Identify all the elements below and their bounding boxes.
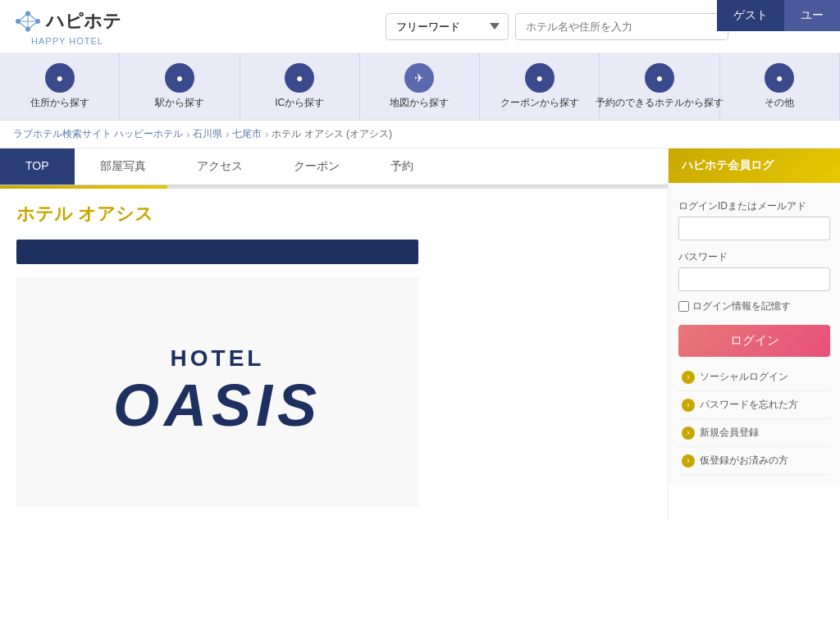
register-label: 新規会員登録 xyxy=(700,426,759,440)
nav-cat-map[interactable]: ✈ 地図から探す xyxy=(360,53,480,120)
register-arrow-icon: › xyxy=(682,427,695,440)
nav-cat-map-label: 地図から探す xyxy=(390,96,449,110)
nav-categories: ● 住所から探す ● 駅から探す ● ICから探す ✈ 地図から探す ● クーポ… xyxy=(0,53,840,121)
map-dot-icon: ✈ xyxy=(404,63,434,93)
provisional-arrow-icon: › xyxy=(682,454,695,468)
ic-dot-icon: ● xyxy=(285,63,314,93)
tabs: TOP 部屋写真 アクセス クーポン 予約 xyxy=(0,148,668,185)
nav-cat-station-label: 駅から探す xyxy=(155,96,204,110)
breadcrumb-prefecture[interactable]: 石川県 xyxy=(193,127,222,141)
nav-cat-ic-label: ICから探す xyxy=(275,96,324,110)
tab-access[interactable]: アクセス xyxy=(171,148,268,185)
provisional-register-link[interactable]: › 仮登録がお済みの方 xyxy=(678,447,830,475)
breadcrumb-current: ホテル オアシス (オアシス) xyxy=(272,127,392,141)
search-type-select[interactable]: フリーワードエリアから駅からICから xyxy=(386,13,509,40)
hotel-content: ホテル オアシス HOTEL OASIS xyxy=(0,189,668,520)
hotel-banner xyxy=(16,240,418,264)
password-label: パスワード xyxy=(678,250,830,264)
tab-reservation[interactable]: 予約 xyxy=(365,148,439,185)
logo-icon: ハピホテ xyxy=(13,7,121,36)
sidebar-header: ハピホテ会員ログ xyxy=(669,148,840,183)
guest-button[interactable]: ゲスト xyxy=(717,0,784,31)
remember-checkbox[interactable] xyxy=(678,301,689,312)
login-button[interactable]: ログイン xyxy=(678,325,830,357)
password-input[interactable] xyxy=(678,267,830,291)
nav-cat-reservation[interactable]: ● 予約のできるホテルから探す xyxy=(600,53,719,120)
hotel-logo-area: HOTEL OASIS xyxy=(16,277,418,507)
tab-coupon[interactable]: クーポン xyxy=(268,148,365,185)
address-dot-icon: ● xyxy=(45,63,75,93)
search-input[interactable] xyxy=(515,13,728,40)
social-login-arrow-icon: › xyxy=(682,371,695,384)
forgot-password-label: パスワードを忘れた方 xyxy=(700,398,798,412)
svg-line-6 xyxy=(28,21,38,30)
breadcrumb-city[interactable]: 七尾市 xyxy=(232,127,262,141)
sidebar-body: ログインIDまたはメールアド パスワード ログイン情報を記憶す ログイン › ソ… xyxy=(669,183,840,485)
remember-me: ログイン情報を記憶す xyxy=(678,299,830,313)
user-button[interactable]: ユー xyxy=(784,0,840,31)
breadcrumb-sep-2: › xyxy=(226,129,229,140)
breadcrumb-home[interactable]: ラブホテル検索サイト ハッピーホテル xyxy=(13,127,183,141)
forgot-password-arrow-icon: › xyxy=(682,399,695,412)
other-dot-icon: ● xyxy=(765,63,794,93)
logo-area: ハピホテ HAPPY HOTEL xyxy=(13,7,121,46)
reservation-dot-icon: ● xyxy=(645,63,674,93)
nav-cat-address[interactable]: ● 住所から探す xyxy=(0,53,120,120)
breadcrumb-sep-1: › xyxy=(186,129,189,140)
content-area: TOP 部屋写真 アクセス クーポン 予約 ホテル オアシス HOTEL xyxy=(0,148,668,520)
svg-line-4 xyxy=(28,13,38,21)
sidebar: ハピホテ会員ログ ログインIDまたはメールアド パスワード ログイン情報を記憶す… xyxy=(668,148,840,520)
svg-line-7 xyxy=(18,21,28,30)
nav-cat-other[interactable]: ● その他 xyxy=(720,53,840,120)
nav-cat-ic[interactable]: ● ICから探す xyxy=(240,53,360,120)
breadcrumb-sep-3: › xyxy=(265,129,268,140)
search-area: フリーワードエリアから駅からICから xyxy=(386,13,728,40)
tab-room-photos[interactable]: 部屋写真 xyxy=(75,148,171,185)
svg-line-5 xyxy=(18,13,28,21)
social-login-label: ソーシャルログイン xyxy=(700,370,788,384)
header: ハピホテ HAPPY HOTEL フリーワードエリアから駅からICから ゲスト … xyxy=(0,0,840,53)
nav-cat-coupon[interactable]: ● クーポンから探す xyxy=(480,53,600,120)
nav-cat-other-label: その他 xyxy=(765,96,794,110)
nav-cat-coupon-label: クーポンから探す xyxy=(500,96,579,110)
logo-svg xyxy=(13,7,43,36)
station-dot-icon: ● xyxy=(165,63,194,93)
social-login-link[interactable]: › ソーシャルログイン xyxy=(678,363,830,391)
remember-label: ログイン情報を記憶す xyxy=(692,299,791,313)
logo-en: HAPPY HOTEL xyxy=(31,36,103,46)
hotel-logo-top: HOTEL xyxy=(171,345,265,372)
hotel-title: ホテル オアシス xyxy=(16,202,651,226)
logo-ja: ハピホテ xyxy=(46,9,121,34)
nav-cat-address-label: 住所から探す xyxy=(30,96,89,110)
login-id-input[interactable] xyxy=(678,217,830,240)
hotel-logo-bottom: OASIS xyxy=(113,372,322,439)
register-link[interactable]: › 新規会員登録 xyxy=(678,419,830,447)
login-id-label: ログインIDまたはメールアド xyxy=(678,199,830,213)
forgot-password-link[interactable]: › パスワードを忘れた方 xyxy=(678,391,830,419)
coupon-dot-icon: ● xyxy=(525,63,555,93)
provisional-label: 仮登録がお済みの方 xyxy=(700,454,788,468)
user-buttons: ゲスト ユー xyxy=(717,0,840,31)
breadcrumb: ラブホテル検索サイト ハッピーホテル › 石川県 › 七尾市 › ホテル オアシ… xyxy=(0,121,840,148)
tab-top[interactable]: TOP xyxy=(0,148,75,185)
nav-cat-station[interactable]: ● 駅から探す xyxy=(120,53,240,120)
main-layout: TOP 部屋写真 アクセス クーポン 予約 ホテル オアシス HOTEL xyxy=(0,148,840,520)
nav-cat-reservation-label: 予約のできるホテルから探す xyxy=(596,96,724,110)
